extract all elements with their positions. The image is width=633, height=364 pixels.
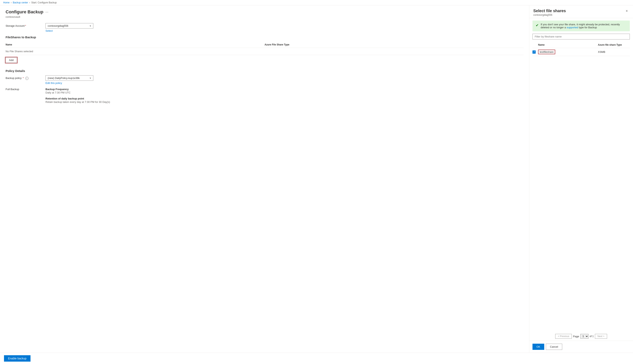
fileshare-name: testfileshare — [538, 50, 555, 54]
storage-account-control: contosorgdiag556 ∨ Select — [46, 23, 93, 32]
backup-policy-dropdown[interactable]: (new) DailyPolicy-kup1e38k ∨ — [46, 75, 93, 81]
page-select[interactable]: 1 — [580, 334, 588, 339]
policy-detail-row: Full Backup Backup Frequency Daily at 7:… — [6, 88, 523, 104]
policy-section: Policy Details Backup policy * i (new) D… — [6, 69, 523, 105]
previous-button[interactable]: < Previous — [555, 334, 572, 339]
right-panel-body: Name Azure file share Type testfileshare… — [529, 34, 633, 332]
retention-title: Retention of daily backup point — [46, 97, 110, 100]
breadcrumb-backup-center[interactable]: Backup center — [13, 1, 28, 4]
info-icon[interactable]: i — [25, 77, 29, 80]
right-col-name-header: Name — [532, 44, 598, 46]
breadcrumb-sep2: › — [29, 1, 30, 4]
breadcrumb-current: Start: Configure Backup — [31, 1, 57, 4]
breadcrumb-sep1: › — [11, 1, 12, 4]
no-data-row: No File Shares selected — [6, 48, 523, 55]
ok-button[interactable]: OK — [532, 344, 544, 350]
fileshares-section-title: FileShares to Backup — [6, 36, 523, 39]
backup-policy-row: Backup policy * i (new) DailyPolicy-kup1… — [6, 75, 523, 84]
enable-backup-button[interactable]: Enable backup — [4, 355, 31, 362]
checkbox-cell[interactable] — [532, 50, 538, 54]
add-button[interactable]: Add — [6, 58, 17, 63]
pagination-bar: < Previous Page 1 of 1 Next > — [529, 332, 633, 341]
backup-policy-label: Backup policy * i — [6, 75, 46, 80]
table-row: testfileshare XSMB — [532, 48, 630, 56]
page-subtitle: contosovault — [6, 15, 523, 18]
breadcrumb-bar: Home › Backup center › Start: Configure … — [0, 0, 633, 6]
checkbox-checked[interactable] — [532, 50, 536, 54]
policy-section-title: Policy Details — [6, 69, 523, 72]
page-title-row: Configure Backup ··· — [6, 9, 523, 14]
left-panel: Configure Backup ··· contosovault Storag… — [0, 6, 529, 353]
filter-input[interactable] — [532, 34, 630, 40]
right-table-header: Name Azure file share Type — [532, 42, 630, 48]
right-panel: Select file shares contosorgdiag556 × ✔ … — [529, 6, 633, 353]
col-name-header: Name — [6, 43, 265, 46]
backup-frequency-title: Backup Frequency — [46, 88, 110, 91]
retention-value: Retain backup taken every day at 7:30 PM… — [46, 100, 110, 104]
page-title: Configure Backup — [6, 9, 43, 14]
storage-account-dropdown[interactable]: contosorgdiag556 ∨ — [46, 23, 93, 28]
close-button[interactable]: × — [624, 8, 629, 14]
fileshares-table-header: Name Azure File Share Type — [6, 42, 523, 48]
breadcrumb-home[interactable]: Home — [3, 1, 10, 4]
next-button[interactable]: Next > — [595, 334, 607, 339]
info-banner: ✔ If you don't see your file share, it m… — [532, 20, 630, 31]
full-backup-label: Full Backup — [6, 88, 46, 91]
right-panel-subtitle: contosorgdiag556 — [533, 14, 566, 16]
row-name-cell: testfileshare — [538, 50, 598, 54]
right-col-type-header: Azure file share Type — [598, 44, 630, 46]
breadcrumb: Home › Backup center › Start: Configure … — [3, 1, 630, 4]
edit-policy-link[interactable]: Edit this policy — [46, 82, 93, 84]
select-link[interactable]: Select — [46, 29, 93, 32]
info-banner-text: If you don't see your file share, it mig… — [541, 23, 626, 29]
backup-policy-value: (new) DailyPolicy-kup1e38k — [48, 76, 80, 80]
bottom-bar: Enable backup — [0, 353, 633, 364]
backup-frequency-value: Daily at 7:30 PM UTC — [46, 91, 110, 94]
more-options-icon[interactable]: ··· — [45, 10, 48, 14]
main-layout: Configure Backup ··· contosovault Storag… — [0, 6, 633, 353]
supported-link[interactable]: supported — [566, 26, 578, 29]
policy-info: Backup Frequency Daily at 7:30 PM UTC Re… — [46, 88, 110, 104]
right-panel-title: Select file shares — [533, 8, 566, 13]
page-label: Page — [573, 335, 579, 338]
right-panel-footer: OK Cancel — [529, 341, 633, 353]
page-of: of 1 — [590, 335, 594, 338]
storage-account-label: Storage Account* — [6, 23, 46, 27]
chevron-down-icon: ∨ — [90, 24, 91, 27]
col-type-header: Azure File Share Type — [265, 43, 524, 46]
backup-policy-control: (new) DailyPolicy-kup1e38k ∨ Edit this p… — [46, 75, 93, 84]
success-icon: ✔ — [536, 23, 539, 28]
fileshares-section: FileShares to Backup Name Azure File Sha… — [6, 36, 523, 63]
right-panel-header: Select file shares contosorgdiag556 × — [529, 6, 633, 18]
right-panel-title-area: Select file shares contosorgdiag556 — [533, 8, 566, 16]
row-type-cell: XSMB — [598, 50, 630, 54]
chevron-down-icon: ∨ — [90, 77, 91, 79]
storage-account-value: contosorgdiag556 — [48, 24, 68, 27]
storage-account-row: Storage Account* contosorgdiag556 ∨ Sele… — [6, 23, 523, 32]
cancel-button[interactable]: Cancel — [546, 344, 562, 350]
